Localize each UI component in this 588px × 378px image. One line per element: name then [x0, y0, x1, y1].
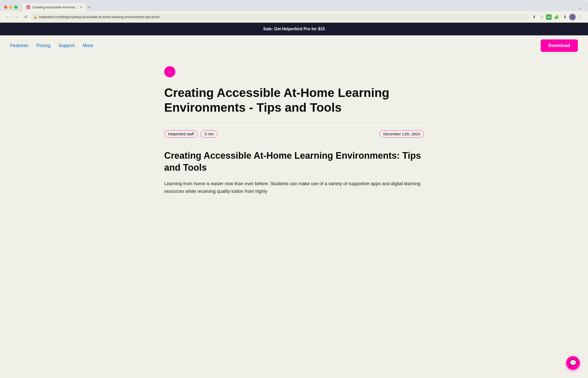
browser-window: 🦜 Creating Accessible At-Home... ✕ + ⌄ ←… [0, 0, 588, 206]
minimize-button[interactable] [9, 6, 12, 9]
download-button[interactable]: Download [541, 39, 578, 52]
back-button[interactable]: ← [164, 66, 175, 77]
address-input[interactable] [31, 13, 529, 20]
nav-features[interactable]: Features [10, 43, 28, 48]
nav-pricing[interactable]: Pricing [36, 43, 50, 48]
tab-dropdown-icon[interactable]: ⌄ [577, 4, 584, 11]
menu-button[interactable]: ⋮ [577, 13, 584, 21]
extensions-button[interactable]: 🧩 [553, 13, 561, 21]
main-content: ← Creating Accessible At-Home Learning E… [154, 56, 434, 206]
security-icon: 🔒 [33, 15, 37, 19]
section-title: Creating Accessible At-Home Learning Env… [164, 150, 424, 174]
reload-button[interactable]: ↺ [22, 13, 29, 20]
browser-actions: ⬆ ☆ on 🧩 ⬇ 👤 ⋮ [531, 13, 584, 21]
nav-support[interactable]: Support [59, 43, 75, 48]
tab-bar: 🦜 Creating Accessible At-Home... ✕ + ⌄ [23, 3, 584, 11]
download-browser-button[interactable]: ⬇ [562, 13, 568, 21]
new-tab-button[interactable]: + [86, 4, 93, 11]
author-tag[interactable]: Helperbird staff [164, 130, 198, 138]
date-tag: December 11th, 2024 [380, 130, 424, 138]
nav-more[interactable]: More [83, 43, 93, 48]
back-nav-button[interactable]: ← [4, 14, 11, 20]
nav-links: Features Pricing Support More [10, 43, 93, 48]
close-button[interactable] [4, 6, 7, 9]
profile-button[interactable]: 👤 [569, 14, 576, 20]
read-time-tag[interactable]: 5 min [201, 130, 218, 138]
extension-icon[interactable]: on [546, 14, 552, 20]
address-wrapper: 🔒 [31, 13, 529, 20]
screenshare-button[interactable]: ⬆ [531, 13, 537, 21]
article-meta: Helperbird staff 5 min December 11th, 20… [164, 130, 424, 138]
address-bar: ← → ↺ 🔒 ⬆ ☆ on 🧩 ⬇ 👤 ⋮ [0, 11, 588, 23]
active-tab[interactable]: 🦜 Creating Accessible At-Home... ✕ [23, 3, 86, 11]
bookmark-button[interactable]: ☆ [538, 13, 545, 21]
tab-close-button[interactable]: ✕ [80, 5, 82, 9]
article-title: Creating Accessible At-Home Learning Env… [164, 85, 424, 115]
site-navigation: Features Pricing Support More Download [0, 35, 588, 56]
article-divider [164, 123, 424, 123]
traffic-lights [4, 6, 18, 9]
tab-title: Creating Accessible At-Home... [32, 5, 78, 9]
title-bar: 🦜 Creating Accessible At-Home... ✕ + ⌄ [0, 0, 588, 11]
sale-banner[interactable]: Sale: Get Helperbird Pro for $15 [0, 23, 588, 35]
meta-left: Helperbird staff 5 min [164, 130, 218, 138]
maximize-button[interactable] [14, 6, 18, 9]
forward-nav-button[interactable]: → [13, 14, 20, 20]
back-arrow-icon: ← [167, 69, 172, 75]
article-body: Learning from home is easier now than ev… [164, 180, 424, 195]
tab-favicon-icon: 🦜 [26, 5, 30, 9]
website-content: Sale: Get Helperbird Pro for $15 Feature… [0, 23, 588, 206]
